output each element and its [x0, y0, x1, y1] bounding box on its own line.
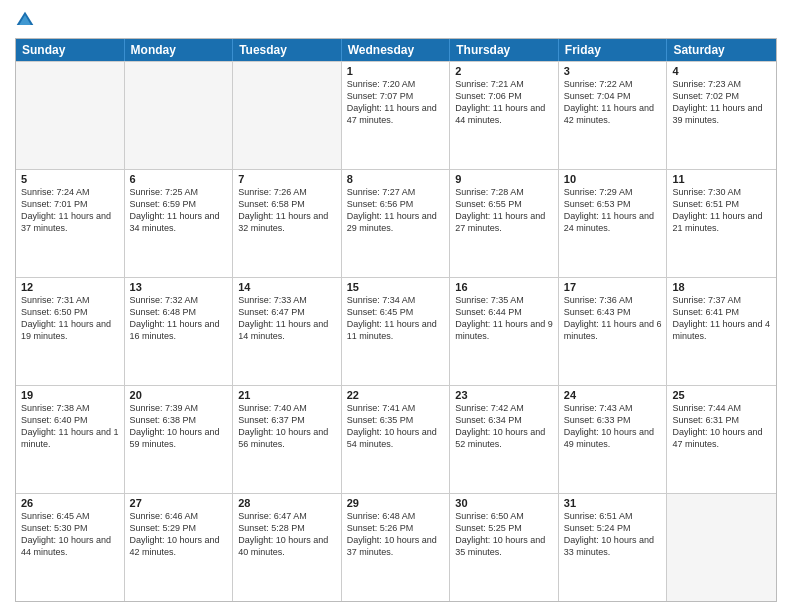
calendar-cell-0-6: 4Sunrise: 7:23 AM Sunset: 7:02 PM Daylig…: [667, 62, 776, 169]
header: [15, 10, 777, 30]
cell-info: Sunrise: 7:21 AM Sunset: 7:06 PM Dayligh…: [455, 78, 553, 127]
cell-info: Sunrise: 7:39 AM Sunset: 6:38 PM Dayligh…: [130, 402, 228, 451]
calendar-row-1: 5Sunrise: 7:24 AM Sunset: 7:01 PM Daylig…: [16, 169, 776, 277]
cell-info: Sunrise: 7:35 AM Sunset: 6:44 PM Dayligh…: [455, 294, 553, 343]
day-number: 27: [130, 497, 228, 509]
day-header-thursday: Thursday: [450, 39, 559, 61]
calendar-cell-4-5: 31Sunrise: 6:51 AM Sunset: 5:24 PM Dayli…: [559, 494, 668, 601]
day-number: 28: [238, 497, 336, 509]
cell-info: Sunrise: 6:51 AM Sunset: 5:24 PM Dayligh…: [564, 510, 662, 559]
calendar-cell-3-4: 23Sunrise: 7:42 AM Sunset: 6:34 PM Dayli…: [450, 386, 559, 493]
day-number: 7: [238, 173, 336, 185]
cell-info: Sunrise: 6:47 AM Sunset: 5:28 PM Dayligh…: [238, 510, 336, 559]
calendar-row-4: 26Sunrise: 6:45 AM Sunset: 5:30 PM Dayli…: [16, 493, 776, 601]
day-number: 2: [455, 65, 553, 77]
calendar-cell-2-5: 17Sunrise: 7:36 AM Sunset: 6:43 PM Dayli…: [559, 278, 668, 385]
day-number: 13: [130, 281, 228, 293]
calendar-cell-1-5: 10Sunrise: 7:29 AM Sunset: 6:53 PM Dayli…: [559, 170, 668, 277]
calendar-cell-0-1: [125, 62, 234, 169]
day-number: 12: [21, 281, 119, 293]
cell-info: Sunrise: 7:25 AM Sunset: 6:59 PM Dayligh…: [130, 186, 228, 235]
cell-info: Sunrise: 7:29 AM Sunset: 6:53 PM Dayligh…: [564, 186, 662, 235]
calendar-row-2: 12Sunrise: 7:31 AM Sunset: 6:50 PM Dayli…: [16, 277, 776, 385]
day-number: 22: [347, 389, 445, 401]
calendar-body: 1Sunrise: 7:20 AM Sunset: 7:07 PM Daylig…: [16, 61, 776, 601]
day-number: 29: [347, 497, 445, 509]
day-number: 6: [130, 173, 228, 185]
calendar-cell-1-2: 7Sunrise: 7:26 AM Sunset: 6:58 PM Daylig…: [233, 170, 342, 277]
cell-info: Sunrise: 6:48 AM Sunset: 5:26 PM Dayligh…: [347, 510, 445, 559]
cell-info: Sunrise: 7:43 AM Sunset: 6:33 PM Dayligh…: [564, 402, 662, 451]
calendar-cell-3-3: 22Sunrise: 7:41 AM Sunset: 6:35 PM Dayli…: [342, 386, 451, 493]
day-number: 25: [672, 389, 771, 401]
cell-info: Sunrise: 7:24 AM Sunset: 7:01 PM Dayligh…: [21, 186, 119, 235]
calendar-cell-4-2: 28Sunrise: 6:47 AM Sunset: 5:28 PM Dayli…: [233, 494, 342, 601]
day-number: 31: [564, 497, 662, 509]
calendar-cell-4-1: 27Sunrise: 6:46 AM Sunset: 5:29 PM Dayli…: [125, 494, 234, 601]
day-number: 11: [672, 173, 771, 185]
day-number: 26: [21, 497, 119, 509]
day-number: 24: [564, 389, 662, 401]
cell-info: Sunrise: 7:32 AM Sunset: 6:48 PM Dayligh…: [130, 294, 228, 343]
day-number: 21: [238, 389, 336, 401]
cell-info: Sunrise: 6:50 AM Sunset: 5:25 PM Dayligh…: [455, 510, 553, 559]
cell-info: Sunrise: 7:26 AM Sunset: 6:58 PM Dayligh…: [238, 186, 336, 235]
day-header-wednesday: Wednesday: [342, 39, 451, 61]
day-number: 19: [21, 389, 119, 401]
calendar-cell-3-0: 19Sunrise: 7:38 AM Sunset: 6:40 PM Dayli…: [16, 386, 125, 493]
cell-info: Sunrise: 7:37 AM Sunset: 6:41 PM Dayligh…: [672, 294, 771, 343]
calendar-cell-1-0: 5Sunrise: 7:24 AM Sunset: 7:01 PM Daylig…: [16, 170, 125, 277]
calendar-cell-4-4: 30Sunrise: 6:50 AM Sunset: 5:25 PM Dayli…: [450, 494, 559, 601]
calendar-cell-1-3: 8Sunrise: 7:27 AM Sunset: 6:56 PM Daylig…: [342, 170, 451, 277]
calendar-cell-4-3: 29Sunrise: 6:48 AM Sunset: 5:26 PM Dayli…: [342, 494, 451, 601]
calendar-cell-1-4: 9Sunrise: 7:28 AM Sunset: 6:55 PM Daylig…: [450, 170, 559, 277]
cell-info: Sunrise: 7:41 AM Sunset: 6:35 PM Dayligh…: [347, 402, 445, 451]
day-number: 1: [347, 65, 445, 77]
cell-info: Sunrise: 7:34 AM Sunset: 6:45 PM Dayligh…: [347, 294, 445, 343]
cell-info: Sunrise: 7:44 AM Sunset: 6:31 PM Dayligh…: [672, 402, 771, 451]
calendar-cell-4-6: [667, 494, 776, 601]
day-header-saturday: Saturday: [667, 39, 776, 61]
calendar-cell-0-3: 1Sunrise: 7:20 AM Sunset: 7:07 PM Daylig…: [342, 62, 451, 169]
day-number: 9: [455, 173, 553, 185]
day-number: 20: [130, 389, 228, 401]
day-header-tuesday: Tuesday: [233, 39, 342, 61]
calendar-cell-3-5: 24Sunrise: 7:43 AM Sunset: 6:33 PM Dayli…: [559, 386, 668, 493]
cell-info: Sunrise: 7:28 AM Sunset: 6:55 PM Dayligh…: [455, 186, 553, 235]
day-header-sunday: Sunday: [16, 39, 125, 61]
cell-info: Sunrise: 7:30 AM Sunset: 6:51 PM Dayligh…: [672, 186, 771, 235]
cell-info: Sunrise: 7:33 AM Sunset: 6:47 PM Dayligh…: [238, 294, 336, 343]
day-number: 4: [672, 65, 771, 77]
calendar-cell-0-4: 2Sunrise: 7:21 AM Sunset: 7:06 PM Daylig…: [450, 62, 559, 169]
cell-info: Sunrise: 7:31 AM Sunset: 6:50 PM Dayligh…: [21, 294, 119, 343]
calendar-cell-2-3: 15Sunrise: 7:34 AM Sunset: 6:45 PM Dayli…: [342, 278, 451, 385]
day-number: 3: [564, 65, 662, 77]
day-number: 16: [455, 281, 553, 293]
cell-info: Sunrise: 7:23 AM Sunset: 7:02 PM Dayligh…: [672, 78, 771, 127]
calendar-row-0: 1Sunrise: 7:20 AM Sunset: 7:07 PM Daylig…: [16, 61, 776, 169]
calendar-row-3: 19Sunrise: 7:38 AM Sunset: 6:40 PM Dayli…: [16, 385, 776, 493]
cell-info: Sunrise: 6:46 AM Sunset: 5:29 PM Dayligh…: [130, 510, 228, 559]
cell-info: Sunrise: 6:45 AM Sunset: 5:30 PM Dayligh…: [21, 510, 119, 559]
calendar-cell-2-6: 18Sunrise: 7:37 AM Sunset: 6:41 PM Dayli…: [667, 278, 776, 385]
cell-info: Sunrise: 7:20 AM Sunset: 7:07 PM Dayligh…: [347, 78, 445, 127]
day-number: 30: [455, 497, 553, 509]
cell-info: Sunrise: 7:27 AM Sunset: 6:56 PM Dayligh…: [347, 186, 445, 235]
page: SundayMondayTuesdayWednesdayThursdayFrid…: [0, 0, 792, 612]
calendar-cell-0-2: [233, 62, 342, 169]
day-header-monday: Monday: [125, 39, 234, 61]
calendar-cell-0-5: 3Sunrise: 7:22 AM Sunset: 7:04 PM Daylig…: [559, 62, 668, 169]
day-number: 5: [21, 173, 119, 185]
cell-info: Sunrise: 7:22 AM Sunset: 7:04 PM Dayligh…: [564, 78, 662, 127]
cell-info: Sunrise: 7:42 AM Sunset: 6:34 PM Dayligh…: [455, 402, 553, 451]
cell-info: Sunrise: 7:38 AM Sunset: 6:40 PM Dayligh…: [21, 402, 119, 451]
day-number: 17: [564, 281, 662, 293]
cell-info: Sunrise: 7:40 AM Sunset: 6:37 PM Dayligh…: [238, 402, 336, 451]
calendar: SundayMondayTuesdayWednesdayThursdayFrid…: [15, 38, 777, 602]
logo: [15, 10, 37, 30]
day-number: 18: [672, 281, 771, 293]
calendar-cell-1-6: 11Sunrise: 7:30 AM Sunset: 6:51 PM Dayli…: [667, 170, 776, 277]
calendar-cell-3-1: 20Sunrise: 7:39 AM Sunset: 6:38 PM Dayli…: [125, 386, 234, 493]
day-number: 23: [455, 389, 553, 401]
calendar-cell-0-0: [16, 62, 125, 169]
